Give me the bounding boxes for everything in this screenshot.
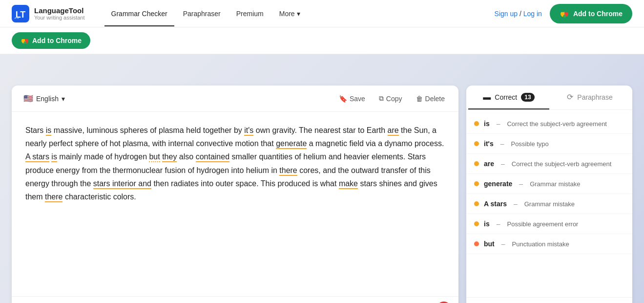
save-button[interactable]: 🔖 Save — [333, 92, 371, 106]
nav-logo-text: LanguageTool Your writing assistant — [34, 6, 85, 21]
lang-chevron-icon: ▾ — [62, 95, 65, 103]
editor-toolbar-left: 🇺🇸 English ▾ — [20, 92, 69, 105]
copy-icon: ⧉ — [379, 94, 384, 103]
nav-link-paraphraser[interactable]: Paraphraser — [176, 6, 228, 22]
correct-tab-icon: ▬ — [483, 93, 491, 102]
navbar: LT LanguageTool Your writing assistant G… — [0, 0, 644, 27]
language-label: English — [36, 95, 59, 103]
nav-logo: LT LanguageTool Your writing assistant — [12, 5, 85, 22]
editor-footer: Characters 630 Words 103 Paraphrasing 0/… — [12, 296, 458, 303]
nav-link-grammar[interactable]: Grammar Checker — [104, 6, 174, 22]
tab-correct[interactable]: ▬ Correct 13 — [468, 86, 549, 109]
correction-item[interactable]: are – Correct the subject-verb agreement — [466, 154, 632, 174]
correction-dot — [474, 221, 479, 226]
editor-body[interactable]: Stars is massive, luminous spheres of pl… — [12, 112, 458, 296]
nav-right: Sign up / Log in Add to Chrome — [495, 4, 632, 23]
us-flag-icon: 🇺🇸 — [23, 94, 33, 103]
editor-toolbar-right: 🔖 Save ⧉ Copy 🗑 Delete — [333, 91, 451, 106]
error-a-stars: A stars — [25, 152, 49, 162]
error-is-2: is — [51, 152, 57, 162]
trash-icon: 🗑 — [416, 95, 423, 103]
error-they: they — [162, 152, 177, 162]
error-there-1: there — [279, 166, 297, 176]
chrome-icon-nav — [560, 9, 569, 19]
correction-dot — [474, 121, 479, 126]
signup-link[interactable]: Sign up — [495, 10, 518, 18]
correction-dot — [474, 181, 479, 186]
add-to-chrome-button-nav[interactable]: Add to Chrome — [550, 4, 632, 23]
paraphrase-tab-icon: ⟳ — [567, 92, 573, 102]
languagetool-logo-icon: LT — [12, 5, 29, 22]
right-footer: ∞ Picky Mode NEW i — [466, 297, 632, 303]
brand-sub: Your writing assistant — [34, 15, 85, 21]
correction-dot — [474, 201, 479, 206]
correction-dot — [474, 161, 479, 166]
nav-link-more[interactable]: More ▾ — [272, 6, 307, 22]
chrome-icon-banner — [21, 36, 29, 45]
correction-dot — [474, 141, 479, 146]
error-there-2: there — [45, 193, 62, 202]
save-icon: 🔖 — [339, 95, 347, 103]
delete-button[interactable]: 🗑 Delete — [410, 92, 451, 106]
right-tabs: ▬ Correct 13 ⟳ Paraphrase — [466, 86, 632, 110]
nav-auth: Sign up / Log in — [495, 10, 542, 18]
nav-links: Grammar Checker Paraphraser Premium More… — [104, 6, 495, 22]
editor-toolbar: 🇺🇸 English ▾ 🔖 Save ⧉ Copy 🗑 Delete — [12, 86, 458, 112]
correct-count-badge: 13 — [521, 93, 534, 102]
correction-item[interactable]: is – Correct the subject-verb agreement — [466, 114, 632, 134]
editor-panel: 🇺🇸 English ▾ 🔖 Save ⧉ Copy 🗑 Delete — [12, 86, 458, 303]
main-content: 🇺🇸 English ▾ 🔖 Save ⧉ Copy 🗑 Delete — [0, 54, 644, 303]
right-panel: ▬ Correct 13 ⟳ Paraphrase is – Correct t… — [466, 86, 632, 303]
error-its: it's — [244, 126, 253, 136]
brand-name: LanguageTool — [34, 6, 85, 15]
corrections-list: is – Correct the subject-verb agreement … — [466, 110, 632, 297]
error-stars-interior: stars interior and — [93, 179, 151, 189]
correction-item[interactable]: A stars – Grammar mistake — [466, 194, 632, 214]
error-is-1: is — [46, 126, 52, 136]
tab-paraphrase[interactable]: ⟳ Paraphrase — [549, 86, 630, 109]
language-selector[interactable]: 🇺🇸 English ▾ — [20, 92, 69, 105]
login-link[interactable]: Log in — [523, 10, 542, 18]
error-contained: contained — [196, 152, 229, 162]
error-are: are — [388, 126, 399, 136]
correction-item[interactable]: but – Punctuation mistake — [466, 234, 632, 254]
copy-button[interactable]: ⧉ Copy — [373, 91, 408, 106]
chevron-down-icon: ▾ — [297, 10, 300, 18]
add-to-chrome-button-banner[interactable]: Add to Chrome — [12, 32, 90, 49]
correction-item[interactable]: generate – Grammar mistake — [466, 174, 632, 194]
nav-link-premium[interactable]: Premium — [229, 6, 270, 22]
correction-item[interactable]: it's – Possible typo — [466, 134, 632, 154]
correction-item[interactable]: is – Possible agreement error — [466, 214, 632, 234]
correction-dot — [474, 241, 479, 246]
error-generate: generate — [276, 139, 307, 149]
error-but: but — [149, 152, 160, 162]
error-make: make — [339, 179, 358, 189]
